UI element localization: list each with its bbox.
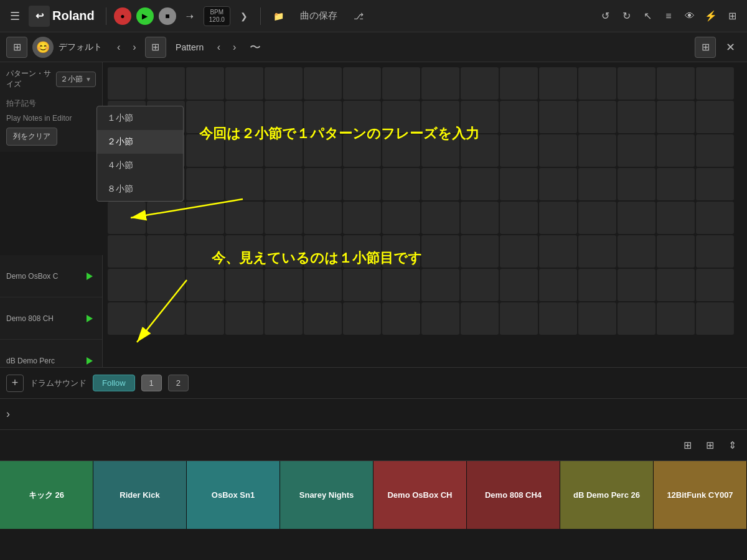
grid-cell-2-2[interactable]	[186, 134, 224, 167]
save-button[interactable]: 曲の保存	[294, 7, 344, 24]
grid-cell-4-10[interactable]	[500, 202, 538, 234]
grid-cell-0-8[interactable]	[421, 67, 459, 100]
grid-cell-6-5[interactable]	[304, 269, 342, 301]
grid-cell-1-2[interactable]	[186, 101, 224, 133]
grid-cell-0-6[interactable]	[343, 67, 381, 100]
grid-cell-4-4[interactable]	[265, 202, 303, 234]
grid-cell-2-3[interactable]	[225, 134, 263, 167]
grid-cell-3-7[interactable]	[382, 168, 420, 200]
grid-cell-4-9[interactable]	[461, 202, 499, 234]
pattern-prev-button[interactable]: ‹	[214, 40, 224, 54]
grid-cell-2-4[interactable]	[265, 134, 303, 167]
equalizer-icon[interactable]: ⚡	[702, 7, 720, 25]
grid-cell-5-14[interactable]	[657, 235, 695, 268]
bpm-arrow-button[interactable]: ❯	[235, 9, 253, 24]
grid-cell-3-8[interactable]	[421, 168, 459, 200]
track-play-3[interactable]	[83, 355, 96, 367]
grid-cell-3-13[interactable]	[618, 168, 655, 200]
grid-cell-1-10[interactable]	[500, 101, 538, 133]
folder-button[interactable]: 📁	[268, 9, 289, 24]
grid-cell-6-0[interactable]	[108, 269, 146, 301]
grid-cell-6-10[interactable]	[500, 269, 538, 301]
grid-cell-7-6[interactable]	[343, 302, 381, 335]
grid-cell-5-0[interactable]	[108, 235, 146, 268]
add-drum-button[interactable]: +	[6, 375, 24, 392]
follow-button[interactable]: Follow	[93, 375, 135, 391]
grid-cell-3-6[interactable]	[343, 168, 381, 200]
grid-cell-7-7[interactable]	[382, 302, 420, 335]
grid-cell-7-5[interactable]	[304, 302, 342, 335]
grid-cell-5-1[interactable]	[147, 235, 185, 268]
grid-cell-0-13[interactable]	[618, 67, 655, 100]
undo-icon[interactable]: ↺	[596, 7, 614, 25]
grid-cell-6-6[interactable]	[343, 269, 381, 301]
grid-cell-2-7[interactable]	[382, 134, 420, 167]
grid-cell-4-5[interactable]	[304, 202, 342, 234]
grid-cell-2-10[interactable]	[500, 134, 538, 167]
grid-cell-4-12[interactable]	[578, 202, 616, 234]
grid-cell-3-10[interactable]	[500, 168, 538, 200]
grid-cell-3-11[interactable]	[539, 168, 577, 200]
grid-cell-6-1[interactable]	[147, 269, 185, 301]
instrument-snarey-nights[interactable]: Snarey Nights	[280, 461, 374, 529]
resize-icon[interactable]: ⇕	[723, 437, 741, 454]
grid-cell-5-2[interactable]	[186, 235, 224, 268]
grid-cell-4-6[interactable]	[343, 202, 381, 234]
grid-cell-2-14[interactable]	[657, 134, 695, 167]
grid-cell-0-5[interactable]	[304, 67, 342, 100]
dropdown-item-2bar[interactable]: ２小節	[97, 130, 183, 154]
grid-cell-3-2[interactable]	[186, 168, 224, 200]
grid-cell-0-4[interactable]	[265, 67, 303, 100]
grid-cell-7-11[interactable]	[539, 302, 577, 335]
grid-cell-1-12[interactable]	[578, 101, 616, 133]
grid-cell-4-7[interactable]	[382, 202, 420, 234]
grid-cell-6-7[interactable]	[382, 269, 420, 301]
grid-cell-4-1[interactable]	[147, 202, 185, 234]
grid-small-icon[interactable]: ⊞	[679, 437, 696, 454]
grid-cell-5-9[interactable]	[461, 235, 499, 268]
grid-cell-0-0[interactable]	[108, 67, 146, 100]
stop-button[interactable]: ■	[159, 7, 176, 25]
share-button[interactable]: ⎇	[349, 9, 369, 24]
grid-cell-0-7[interactable]	[382, 67, 420, 100]
grid-cell-7-8[interactable]	[421, 302, 459, 335]
grid-cell-0-3[interactable]	[225, 67, 263, 100]
grid-cell-6-2[interactable]	[186, 269, 224, 301]
redo-icon[interactable]: ↻	[618, 7, 635, 25]
grid-cell-0-10[interactable]	[500, 67, 538, 100]
grid-cell-4-13[interactable]	[618, 202, 655, 234]
grid-cell-1-13[interactable]	[618, 101, 655, 133]
grid-cell-2-15[interactable]	[696, 134, 734, 167]
grid-cell-7-9[interactable]	[461, 302, 499, 335]
grid-cell-5-10[interactable]	[500, 235, 538, 268]
grid-cell-2-13[interactable]	[618, 134, 655, 167]
instrument-osbox-sn1[interactable]: OsBox Sn1	[187, 461, 280, 529]
grid-cell-4-14[interactable]	[657, 202, 695, 234]
grid-cell-1-7[interactable]	[382, 101, 420, 133]
grid-cell-3-14[interactable]	[657, 168, 695, 200]
grid-cell-5-3[interactable]	[225, 235, 263, 268]
grid-cell-0-11[interactable]	[539, 67, 577, 100]
grid-cell-3-4[interactable]	[265, 168, 303, 200]
grid-cell-7-3[interactable]	[225, 302, 263, 335]
grid-cell-1-5[interactable]	[304, 101, 342, 133]
grid-cell-4-3[interactable]	[225, 202, 263, 234]
instrument-demo-osbox-ch[interactable]: Demo OsBox CH	[374, 461, 467, 529]
grid-cell-6-4[interactable]	[265, 269, 303, 301]
grid-cell-5-13[interactable]	[618, 235, 655, 268]
eye-icon[interactable]: 👁	[681, 7, 698, 25]
grid-cell-0-9[interactable]	[461, 67, 499, 100]
grid-cell-7-13[interactable]	[618, 302, 655, 335]
close-button[interactable]: ✕	[720, 37, 741, 58]
grid-cell-0-14[interactable]	[657, 67, 695, 100]
record-button[interactable]: ●	[114, 7, 131, 25]
grid-cell-3-3[interactable]	[225, 168, 263, 200]
grid-cell-4-15[interactable]	[696, 202, 734, 234]
grid-cell-2-6[interactable]	[343, 134, 381, 167]
dropdown-item-1bar[interactable]: １小節	[97, 106, 183, 130]
grid-cell-5-11[interactable]	[539, 235, 577, 268]
grid-cell-7-4[interactable]	[265, 302, 303, 335]
size-select[interactable]: ２小節 ▼	[56, 72, 96, 87]
play-button[interactable]: ▶	[136, 7, 154, 25]
grid-cell-6-12[interactable]	[578, 269, 616, 301]
